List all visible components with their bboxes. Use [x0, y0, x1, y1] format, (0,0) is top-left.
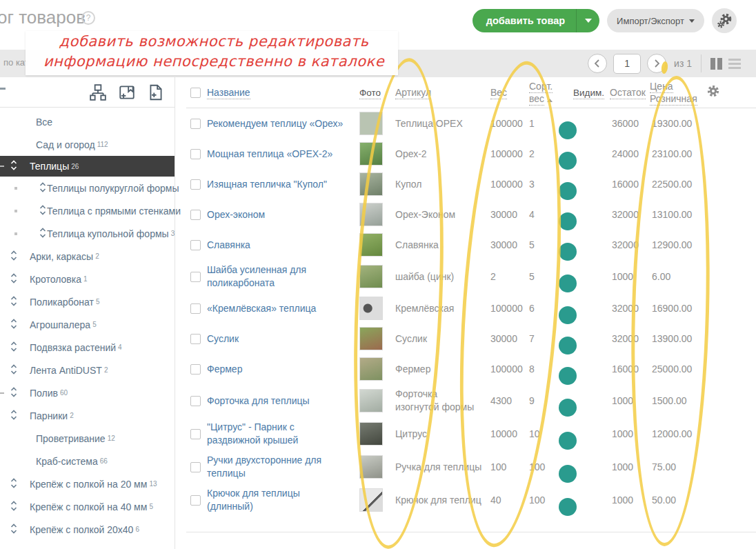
- sort-arrows-icon: [39, 204, 46, 215]
- sidebar-item[interactable]: Поликарбонат5: [0, 290, 175, 313]
- sidebar-item[interactable]: Крепёж с полкой на 20 мм13: [0, 472, 175, 495]
- prev-page-button[interactable]: [588, 54, 607, 73]
- structure-tree-icon[interactable]: [89, 83, 107, 101]
- product-photo[interactable]: [359, 389, 383, 412]
- sort-arrows-icon: [39, 181, 46, 192]
- product-photo[interactable]: [359, 455, 383, 479]
- product-name-link[interactable]: "Цитрус" - Парник с раздвижной крышей: [207, 421, 348, 447]
- product-name-link[interactable]: Ручки двухсторонние для теплицы: [207, 454, 348, 480]
- header-weight[interactable]: Вес: [490, 87, 507, 99]
- column-settings-gear-icon[interactable]: [706, 84, 720, 98]
- sidebar-item[interactable]: Полив60: [0, 381, 175, 404]
- help-icon[interactable]: ?: [81, 11, 95, 25]
- product-photo[interactable]: [359, 327, 383, 350]
- product-name-link[interactable]: Рекомендуем теплицу «Орех»: [207, 117, 348, 130]
- product-photo[interactable]: [359, 488, 383, 512]
- add-section-icon[interactable]: [118, 83, 136, 101]
- product-weight: 30000: [490, 333, 525, 344]
- settings-button[interactable]: [712, 8, 737, 33]
- row-checkbox[interactable]: [190, 149, 201, 159]
- product-photo[interactable]: [359, 357, 383, 381]
- product-photo[interactable]: [359, 142, 383, 166]
- header-article[interactable]: Артикул: [395, 87, 431, 99]
- sidebar-item[interactable]: Проветривание12: [0, 427, 175, 450]
- product-photo[interactable]: [359, 233, 383, 257]
- product-article: Ручка для теплицы: [395, 461, 482, 474]
- product-name-link[interactable]: Крючок для теплицы (длинный): [207, 487, 348, 513]
- header-name[interactable]: Название: [207, 87, 250, 99]
- sort-arrows-icon: [39, 227, 46, 238]
- sidebar-item-label: Арки, каркасы: [30, 251, 93, 262]
- product-photo[interactable]: [359, 203, 383, 226]
- sidebar-item[interactable]: Лента AntiDUST2: [0, 359, 175, 381]
- sidebar-item[interactable]: Подвязка растений4: [0, 336, 175, 359]
- add-page-icon[interactable]: [147, 83, 165, 101]
- header-sort-weight-line2[interactable]: вес: [529, 93, 544, 106]
- sidebar-item[interactable]: Сад и огород112: [0, 133, 175, 156]
- sidebar-item[interactable]: Арки, каркасы2: [0, 245, 175, 268]
- sidebar-item[interactable]: Теплица купольной формы3: [0, 222, 175, 245]
- sort-arrows-icon: [10, 500, 17, 511]
- list-view-icon[interactable]: [728, 59, 741, 69]
- add-product-button[interactable]: добавить товар: [472, 9, 599, 32]
- row-checkbox[interactable]: [190, 210, 201, 220]
- bullet-dot-icon: [14, 187, 17, 190]
- row-checkbox[interactable]: [190, 179, 201, 190]
- product-photo[interactable]: [359, 265, 383, 288]
- header-photo[interactable]: Фото: [359, 88, 381, 99]
- header-sort-weight-line1[interactable]: Сорт.: [529, 81, 553, 93]
- sidebar-item[interactable]: Крепёж с полкой 20x406: [0, 518, 175, 541]
- sidebar-icon-bar: [0, 77, 175, 108]
- sidebar-item[interactable]: Все: [0, 110, 175, 133]
- row-checkbox[interactable]: [190, 396, 201, 406]
- page-number-input[interactable]: [613, 54, 641, 74]
- header-stock[interactable]: Остаток: [610, 87, 646, 99]
- product-photo[interactable]: [359, 112, 383, 135]
- product-name-link[interactable]: Шайба усиленная для поликарбоната: [207, 263, 348, 290]
- header-price-line2[interactable]: Розничная: [650, 93, 697, 106]
- import-export-button[interactable]: Импорт/Экспорт: [607, 9, 704, 32]
- add-product-dropdown[interactable]: [576, 9, 599, 32]
- sidebar-item[interactable]: Агрошпалера5: [0, 313, 175, 336]
- item-count-badge: 5: [92, 321, 97, 328]
- row-checkbox[interactable]: [190, 364, 201, 375]
- product-photo[interactable]: [359, 297, 383, 320]
- product-name-link[interactable]: Славянка: [207, 239, 348, 252]
- row-checkbox[interactable]: [190, 240, 201, 250]
- product-name-link[interactable]: «Кремлёвская» теплица: [207, 302, 348, 315]
- bullet-dot-icon: [14, 232, 17, 235]
- sidebar-item[interactable]: Парники2: [0, 404, 175, 427]
- sidebar-item[interactable]: Кротоловка1: [0, 268, 175, 290]
- product-name-link[interactable]: Изящная тепличка "Купол": [207, 178, 348, 191]
- sidebar-item[interactable]: Теплицы26: [0, 156, 175, 177]
- sidebar-item[interactable]: Крепёж с полкой на 40 мм5: [0, 495, 175, 518]
- product-name-link[interactable]: Фермер: [207, 363, 348, 376]
- header-price-line1[interactable]: Цена: [650, 81, 673, 93]
- header-visible[interactable]: Видим.: [573, 88, 604, 99]
- sidebar-item[interactable]: Теплица с прямыми стенками: [0, 199, 175, 222]
- tile-view-icon[interactable]: [710, 58, 722, 70]
- row-checkbox[interactable]: [190, 272, 201, 282]
- select-all-checkbox[interactable]: [190, 88, 201, 98]
- tree-expand-dash[interactable]: [0, 166, 4, 167]
- tree-expand-dash[interactable]: [0, 392, 4, 394]
- product-weight: 100000: [490, 118, 525, 129]
- product-name-link[interactable]: Орех-эконом: [207, 208, 348, 221]
- sort-arrows-icon: [10, 250, 17, 261]
- product-stock: 32000: [612, 209, 648, 220]
- sidebar-item[interactable]: Теплицы полукруглой формы: [0, 177, 175, 199]
- product-photo[interactable]: [359, 422, 383, 446]
- product-name-link[interactable]: Форточка для теплицы: [207, 395, 348, 408]
- row-checkbox[interactable]: [190, 495, 201, 506]
- row-checkbox[interactable]: [190, 334, 201, 344]
- product-name-link[interactable]: Суслик: [207, 332, 348, 346]
- product-weight: 4300: [490, 395, 525, 406]
- row-checkbox[interactable]: [190, 303, 201, 314]
- sidebar-item[interactable]: Краб-система66: [0, 450, 175, 472]
- row-checkbox[interactable]: [190, 429, 201, 439]
- row-checkbox[interactable]: [190, 462, 201, 472]
- sort-arrows-icon: [10, 160, 17, 171]
- row-checkbox[interactable]: [190, 119, 201, 129]
- product-name-link[interactable]: Мощная теплица «ОРЕХ-2»: [207, 148, 348, 161]
- product-photo[interactable]: [359, 172, 383, 196]
